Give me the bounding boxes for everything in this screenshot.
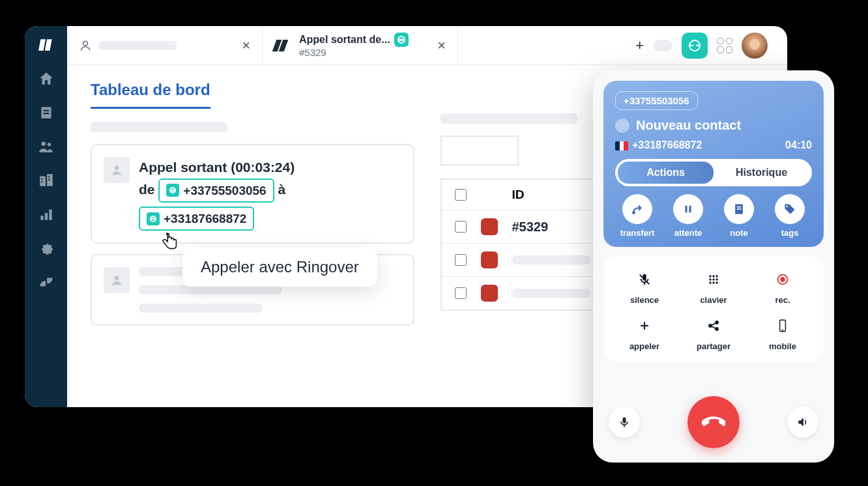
mobile-button[interactable]: mobile [748,313,817,351]
speaker-button[interactable] [787,407,818,438]
svg-point-4 [47,143,50,146]
call-card[interactable]: Appel sortant (00:03:24) de +33755503056… [91,144,414,244]
call-tooltip: Appeler avec Ringover [182,248,377,287]
svg-rect-21 [737,208,742,210]
call-prefix: de [139,182,155,197]
tab-call[interactable]: Appel sortant de... #5329 × [263,26,458,64]
row-checkbox[interactable] [455,254,467,266]
dialer-panel: +33755503056 Nouveau contact +3318766887… [593,70,834,463]
svg-rect-5 [40,177,46,186]
card-avatar-icon [104,157,130,183]
contact-name: Nouveau contact [636,118,741,133]
svg-rect-2 [43,113,49,114]
svg-rect-8 [41,181,42,182]
svg-point-17 [633,212,635,214]
svg-point-32 [709,281,711,283]
svg-point-36 [781,278,785,281]
svg-point-33 [712,281,714,283]
svg-rect-11 [40,216,43,220]
tab-actions[interactable]: Actions [618,162,714,184]
svg-point-16 [115,276,119,281]
svg-rect-6 [47,174,53,186]
table-empty-header [441,136,519,165]
gear-icon[interactable] [38,240,55,257]
keypad-icon [701,266,727,293]
home-icon[interactable] [38,70,55,87]
share-icon [701,313,727,339]
add-icon[interactable]: + [635,37,644,54]
brand-logo-icon[interactable] [38,36,55,53]
hangup-button[interactable] [687,396,740,448]
hold-button[interactable]: attente [666,194,710,238]
document-icon[interactable] [38,104,55,121]
ringover-badge-icon [394,33,409,47]
sidebar [25,26,67,407]
call-suffix: à [278,182,286,197]
svg-point-28 [716,275,717,277]
svg-point-22 [787,206,788,208]
dialer-tabs: Actions Historique [615,159,812,186]
buildings-icon[interactable] [38,172,55,189]
silence-button[interactable]: silence [610,266,679,305]
row-checkbox[interactable] [455,287,467,299]
svg-rect-9 [48,177,50,178]
keypad-button[interactable]: clavier [679,266,748,305]
plus-icon [631,313,658,339]
placeholder [441,113,577,124]
svg-rect-12 [44,213,47,220]
column-id: ID [512,188,525,202]
mobile-icon [770,313,796,339]
close-icon[interactable]: × [242,37,250,54]
svg-point-30 [712,278,714,280]
left-column: Tableau de bord Appel sortant (00:03:24)… [91,81,414,392]
avatar[interactable] [742,33,768,59]
svg-point-27 [712,275,714,277]
apps-grid-icon[interactable] [717,38,732,53]
tab-brand-icon [274,40,293,51]
card-avatar-icon [104,267,130,293]
row-checkbox[interactable] [455,221,467,233]
mic-button[interactable] [609,407,640,438]
dialer-mid-actions: silence clavier rec. appeler partager [603,256,824,362]
svg-point-31 [716,278,717,280]
page-title: Tableau de bord [91,81,210,109]
phone-from-chip[interactable]: +33755503056 [158,179,274,203]
note-button[interactable]: note [717,194,761,238]
dialer-number-chip[interactable]: +33755503056 [615,91,698,110]
close-icon[interactable]: × [437,37,446,54]
tag-icon [775,194,805,224]
tab-history[interactable]: Historique [714,162,809,184]
status-square-icon [481,251,498,268]
toggle-placeholder[interactable] [653,40,673,51]
status-square-icon [481,218,498,235]
svg-rect-46 [623,418,626,423]
contact-phone: +33187668872 [632,139,702,150]
ringover-button[interactable] [682,33,708,59]
users-icon[interactable] [38,138,55,155]
tab-label-placeholder [98,41,177,50]
call-timer: 04:10 [785,139,812,151]
tabs-bar: × Appel sortant de... #5329 × [67,26,787,65]
status-square-icon [481,285,498,302]
call-line-1: Appel sortant (00:03:24) [139,157,401,179]
note-icon [724,194,754,224]
tab-subtitle: #5329 [299,47,409,58]
phone-to-chip[interactable]: +33187668872 [139,207,254,231]
pause-icon [673,194,703,224]
row-checkbox[interactable] [455,189,467,201]
tags-button[interactable]: tags [768,194,812,238]
chart-icon[interactable] [38,206,55,223]
transfer-icon [622,194,652,224]
user-icon [79,38,92,53]
svg-rect-7 [41,179,42,180]
tab-user[interactable]: × [67,26,263,64]
add-call-button[interactable]: appeler [610,313,679,351]
svg-point-14 [83,41,88,46]
share-button[interactable]: partager [679,313,748,351]
transfer-button[interactable]: transfert [615,194,659,238]
ringover-icon [689,40,701,51]
record-button[interactable]: rec. [748,266,817,305]
svg-point-15 [115,165,119,170]
ringover-chip-icon [147,212,160,225]
zendesk-icon[interactable] [38,274,55,291]
